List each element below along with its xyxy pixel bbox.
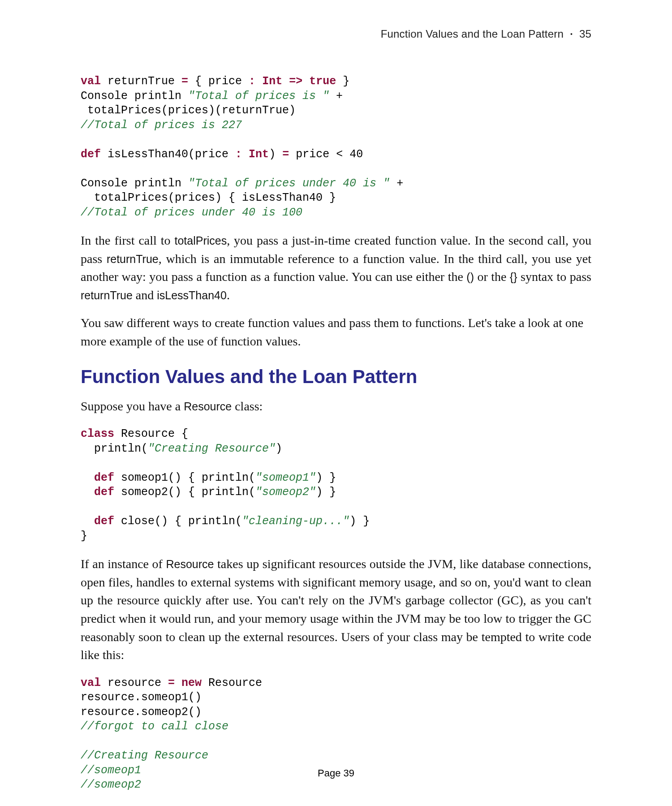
document-page: Function Values and the Loan Pattern • 3… [0, 0, 672, 806]
code-text: + [329, 90, 343, 103]
code-text: ) [269, 148, 282, 161]
code-text: Console println [81, 90, 188, 103]
running-header-title: Function Values and the Loan Pattern [381, 28, 564, 40]
code-text: someop2() { println( [114, 486, 255, 499]
code-block-2: class Resource { println("Creating Resou… [81, 427, 591, 543]
code-text: price < 40 [289, 148, 363, 161]
code-string: "Total of prices under 40 is " [188, 177, 390, 190]
keyword: Int [262, 75, 282, 88]
inline-code: Resource [166, 558, 214, 570]
section-heading: Function Values and the Loan Pattern [81, 366, 591, 388]
body-paragraph: If an instance of Resource takes up sign… [81, 555, 591, 664]
inline-code: returnTrue [107, 253, 159, 265]
page-footer: Page 39 [0, 767, 672, 779]
code-text: } [336, 75, 349, 88]
text: If an instance of [81, 557, 166, 571]
code-comment: //someop2 [81, 778, 141, 791]
text: . [227, 288, 230, 302]
code-string: "Creating Resource" [148, 442, 276, 455]
text: syntax to pass [517, 270, 591, 284]
text: or the [474, 270, 510, 284]
code-text: Console println [81, 177, 188, 190]
code-string: "cleaning-up..." [242, 515, 349, 528]
code-text: totalPrices(prices) { isLessThan40 } [81, 191, 336, 204]
text: You saw different ways to create functio… [81, 316, 583, 348]
code-text: someop1() { println( [114, 471, 255, 484]
code-text: + [390, 177, 403, 190]
code-text [282, 75, 289, 88]
code-text: ) } [316, 471, 336, 484]
code-comment: //Creating Resource [81, 749, 208, 762]
code-text: ) } [349, 515, 370, 528]
code-text: Resource { [114, 427, 188, 440]
keyword: Int [249, 148, 269, 161]
keyword: : [235, 148, 242, 161]
keyword: def [94, 471, 114, 484]
code-text: resource.someop2() [81, 706, 202, 719]
keyword: true [309, 75, 336, 88]
inline-code: Resource [184, 400, 232, 413]
code-text: returnTrue [101, 75, 181, 88]
running-header-bullet: • [570, 30, 573, 38]
code-text: totalPrices(prices)(returnTrue) [81, 104, 296, 117]
keyword: new [181, 677, 202, 690]
code-text: } [81, 530, 87, 543]
text: takes up significant resources outside t… [81, 557, 591, 662]
code-text [175, 677, 181, 690]
code-text: isLessThan40(price [101, 148, 235, 161]
inline-code: {} [510, 271, 517, 283]
keyword: def [94, 486, 114, 499]
code-text: close() { println( [114, 515, 242, 528]
keyword: val [81, 75, 101, 88]
code-text: ) } [316, 486, 336, 499]
keyword: = [168, 677, 175, 690]
body-paragraph: In the first call to totalPrices, you pa… [81, 232, 591, 304]
code-string: "Total of prices is " [188, 90, 329, 103]
code-text: resource.someop1() [81, 691, 202, 704]
code-text [242, 148, 249, 161]
inline-code: totalPrices [174, 234, 227, 247]
code-text: println( [81, 442, 148, 455]
keyword: def [94, 515, 114, 528]
code-text [255, 75, 262, 88]
code-comment: //Total of prices under 40 is 100 [81, 206, 302, 219]
text: class: [232, 399, 263, 413]
code-string: "someop1" [255, 471, 316, 484]
keyword: = [181, 75, 188, 88]
code-text: resource [101, 677, 168, 690]
text: In the first call to [81, 233, 174, 247]
code-block-1: val returnTrue = { price : Int => true }… [81, 74, 591, 220]
code-text: { price [188, 75, 249, 88]
body-paragraph: You saw different ways to create functio… [81, 314, 591, 350]
running-header: Function Values and the Loan Pattern • 3… [381, 28, 591, 40]
text: Suppose you have a [81, 399, 184, 413]
body-paragraph: Suppose you have a Resource class: [81, 397, 591, 416]
keyword: class [81, 427, 114, 440]
inline-code: () [466, 271, 474, 283]
running-header-pagenum: 35 [579, 28, 591, 40]
code-string: "someop2" [255, 486, 316, 499]
keyword: => [289, 75, 302, 88]
keyword: = [282, 148, 289, 161]
keyword: val [81, 677, 101, 690]
code-comment: //forgot to call close [81, 720, 228, 733]
inline-code: returnTrue [81, 289, 133, 302]
code-comment: //Total of prices is 227 [81, 119, 242, 132]
code-text: Resource [202, 677, 262, 690]
keyword: def [81, 148, 101, 161]
inline-code: isLessThan40 [157, 289, 227, 302]
keyword: : [249, 75, 255, 88]
text: and [133, 288, 157, 302]
code-text: ) [276, 442, 282, 455]
code-text [302, 75, 309, 88]
